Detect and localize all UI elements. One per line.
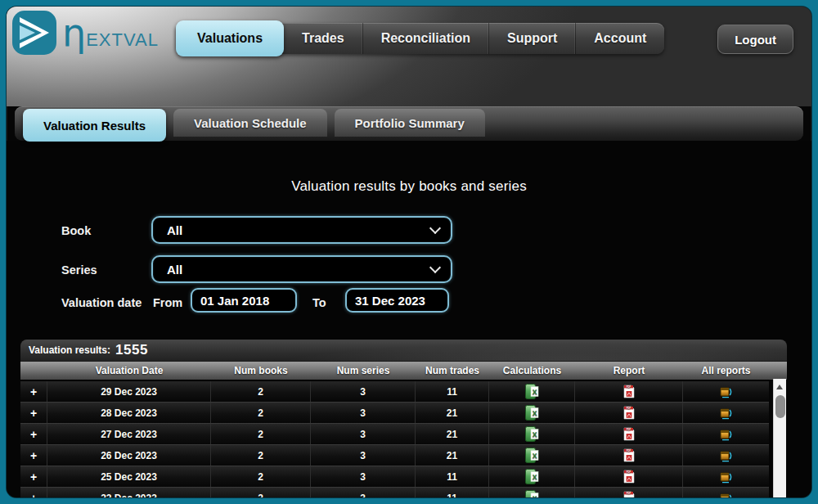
table-row: + 22 Dec 2023 2 3 11 X PDF — [20, 487, 769, 497]
to-label: To — [312, 296, 326, 309]
all-reports-icon — [719, 470, 733, 484]
valuation-results-table: Valuation results: 1555 Valuation Date N… — [20, 340, 787, 497]
expand-row-button[interactable]: + — [20, 466, 47, 487]
table-row: + 29 Dec 2023 2 3 11 X PDF — [20, 381, 769, 402]
app-header: ηEXTVAL Valuations Trades Reconciliation… — [7, 7, 811, 106]
all-reports-icon — [719, 428, 733, 441]
chevron-down-icon — [429, 223, 441, 234]
table-row: + 27 Dec 2023 2 3 21 X PDF — [20, 423, 769, 444]
report-download-button[interactable]: PDF — [575, 381, 683, 402]
col-report: Report — [575, 365, 683, 376]
svg-text:X: X — [532, 473, 537, 481]
num-books-cell: 2 — [211, 381, 311, 402]
all-reports-button[interactable] — [683, 445, 769, 466]
num-trades-cell: 11 — [416, 381, 489, 402]
calculations-download-button[interactable]: X — [489, 466, 575, 487]
num-series-cell: 3 — [311, 445, 416, 466]
expand-row-button[interactable]: + — [20, 445, 47, 466]
tab-valuation-schedule[interactable]: Valuation Schedule — [173, 109, 327, 137]
svg-text:X: X — [532, 388, 537, 396]
report-download-button[interactable]: PDF — [575, 488, 683, 497]
pdf-icon: PDF — [623, 385, 635, 398]
report-download-button[interactable]: PDF — [575, 466, 683, 487]
report-download-button[interactable]: PDF — [575, 445, 683, 466]
all-reports-button[interactable] — [683, 424, 769, 444]
nav-valuations[interactable]: Valuations — [176, 20, 284, 56]
date-from-input[interactable] — [191, 288, 297, 313]
tab-portfolio-summary[interactable]: Portfolio Summary — [335, 109, 485, 137]
expand-row-button[interactable]: + — [20, 381, 47, 402]
book-select[interactable]: All — [151, 216, 452, 244]
nav-support[interactable]: Support — [489, 23, 576, 54]
all-reports-icon — [719, 385, 733, 398]
num-trades-cell: 21 — [416, 424, 489, 444]
valuation-date-cell: 26 Dec 2023 — [47, 445, 211, 466]
excel-icon: X — [525, 448, 539, 463]
chevron-down-icon — [429, 262, 441, 273]
num-books-cell: 2 — [211, 424, 311, 444]
num-series-cell: 3 — [311, 424, 416, 444]
table-row: + 26 Dec 2023 2 3 21 X PDF — [20, 444, 769, 466]
table-scrollbar[interactable] — [773, 379, 786, 497]
tab-valuation-results[interactable]: Valuation Results — [23, 109, 166, 142]
all-reports-icon — [719, 449, 733, 462]
calculations-download-button[interactable]: X — [489, 488, 575, 497]
logo-eta: η — [62, 11, 86, 54]
all-reports-button[interactable] — [683, 466, 769, 487]
nav-account[interactable]: Account — [576, 23, 664, 54]
num-series-cell: 3 — [311, 381, 416, 402]
svg-text:PDF: PDF — [626, 428, 631, 431]
pdf-icon: PDF — [623, 491, 635, 497]
content-area: Valuation results by books and series Bo… — [7, 141, 811, 497]
expand-row-button[interactable]: + — [20, 488, 47, 497]
num-series-cell: 3 — [311, 488, 416, 497]
svg-text:PDF: PDF — [626, 385, 631, 389]
nav-trades[interactable]: Trades — [284, 23, 363, 54]
table-header-row: Valuation Date Num books Num series Num … — [20, 361, 787, 380]
calculations-download-button[interactable]: X — [489, 424, 575, 444]
expand-row-button[interactable]: + — [20, 403, 47, 423]
table-row: + 28 Dec 2023 2 3 21 X PDF — [20, 402, 769, 423]
calculations-download-button[interactable]: X — [489, 381, 575, 402]
main-nav: Valuations Trades Reconciliation Support… — [176, 23, 664, 54]
logo-rest: EXTVAL — [86, 29, 159, 51]
calculations-download-button[interactable]: X — [489, 445, 575, 466]
col-num-trades: Num trades — [416, 365, 489, 376]
logo: ηEXTVAL — [11, 10, 159, 56]
pdf-icon: PDF — [623, 406, 635, 420]
date-to-input[interactable] — [345, 288, 449, 313]
valuation-date-cell: 22 Dec 2023 — [47, 488, 211, 497]
num-books-cell: 2 — [211, 488, 311, 497]
svg-text:PDF: PDF — [626, 407, 631, 410]
all-reports-button[interactable] — [683, 381, 769, 402]
valuation-date-cell: 28 Dec 2023 — [47, 403, 211, 423]
report-download-button[interactable]: PDF — [575, 403, 683, 423]
col-num-books: Num books — [211, 365, 311, 376]
excel-icon: X — [525, 469, 539, 484]
num-trades-cell: 11 — [416, 466, 489, 487]
svg-text:PDF: PDF — [626, 492, 631, 495]
svg-text:X: X — [532, 430, 537, 439]
all-reports-button[interactable] — [683, 488, 769, 497]
num-trades-cell: 11 — [416, 488, 489, 497]
all-reports-icon — [719, 492, 733, 498]
report-download-button[interactable]: PDF — [575, 424, 683, 444]
all-reports-icon — [719, 407, 733, 420]
nav-reconciliation[interactable]: Reconciliation — [363, 23, 489, 54]
book-select-value: All — [167, 223, 431, 237]
num-books-cell: 2 — [211, 466, 311, 487]
num-trades-cell: 21 — [416, 445, 489, 466]
all-reports-button[interactable] — [683, 403, 769, 423]
scrollbar-up-arrow-icon[interactable] — [776, 385, 783, 389]
excel-icon: X — [525, 490, 539, 497]
book-label: Book — [61, 224, 91, 237]
expand-row-button[interactable]: + — [20, 424, 47, 444]
app-window: ηEXTVAL Valuations Trades Reconciliation… — [7, 7, 811, 497]
scrollbar-thumb[interactable] — [775, 395, 785, 418]
excel-icon: X — [525, 384, 539, 399]
series-select[interactable]: All — [151, 255, 452, 283]
logout-button[interactable]: Logout — [717, 25, 793, 54]
num-series-cell: 3 — [311, 403, 416, 423]
calculations-download-button[interactable]: X — [489, 403, 575, 423]
svg-text:X: X — [532, 409, 537, 417]
